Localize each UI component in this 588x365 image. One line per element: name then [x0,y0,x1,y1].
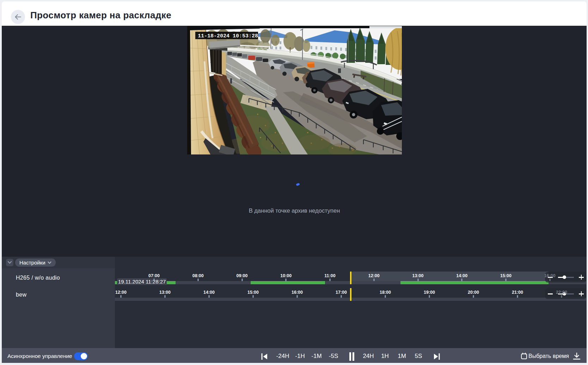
svg-text:11-18-2024 10:53:28: 11-18-2024 10:53:28 [198,33,258,39]
